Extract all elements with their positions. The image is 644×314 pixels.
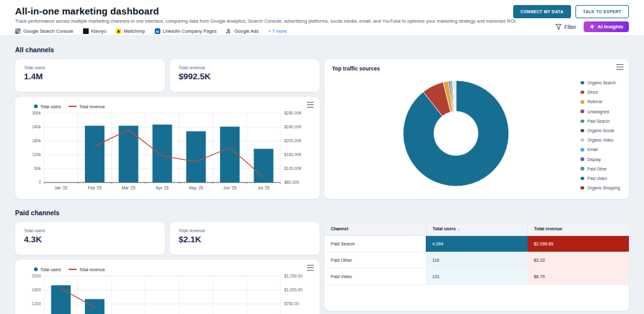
svg-text:May '25: May '25: [189, 186, 203, 191]
more-sources-link[interactable]: + 7 more: [268, 28, 287, 34]
svg-text:Mar '25: Mar '25: [122, 186, 136, 190]
legend-dot-icon: [580, 157, 584, 161]
donut-legend-item-email[interactable]: Email: [580, 147, 620, 152]
paid-channels-combo-chart[interactable]: 2000160012008004000$1,250.00$1,000.00$75…: [21, 272, 313, 314]
paid-channels-stats: Total users4.3KTotal revenue$2.1K: [15, 222, 319, 255]
chart-menu-icon[interactable]: [307, 102, 314, 108]
traffic-sources-donut-chart[interactable]: [332, 76, 533, 194]
stat-value: $2.1K: [179, 235, 311, 244]
donut-legend-item-organic-social[interactable]: Organic Social: [580, 128, 620, 133]
legend-line-icon: [69, 269, 77, 270]
legend-dot-icon: [580, 186, 584, 190]
donut-legend: Organic SearchDirectReferralUnassignedPa…: [580, 81, 620, 195]
legend-dot-icon: [580, 129, 584, 133]
traffic-sources-title: Top traffic sources: [332, 65, 621, 72]
chart-menu-icon[interactable]: [616, 64, 623, 70]
donut-legend-item-display[interactable]: Display: [580, 157, 620, 162]
svg-text:Apr '25: Apr '25: [156, 186, 169, 191]
column-header-total-users[interactable]: Total users↓: [426, 222, 527, 236]
legend-label: Total revenue: [79, 267, 105, 272]
revenue-cell: $3.33: [528, 252, 629, 269]
legend-label: Total users: [40, 267, 61, 272]
paid-channels-right-column: ChannelTotal users↓Total revenue Paid Se…: [325, 222, 629, 314]
svg-text:$200.00K: $200.00K: [284, 138, 302, 143]
svg-text:Feb '25: Feb '25: [88, 186, 102, 190]
paid-channels-grid: Total users4.3KTotal revenue$2.1K Total …: [15, 222, 629, 314]
channel-cell: Paid Search: [325, 236, 426, 252]
column-label: Total users: [433, 227, 456, 231]
table-row-paid-video[interactable]: Paid Video101$6.79: [325, 269, 629, 285]
ai-insights-button[interactable]: AI Insights: [584, 21, 629, 32]
table-row-paid-other[interactable]: Paid Other116$3.33: [325, 252, 629, 269]
legend-label: Paid Search: [587, 119, 609, 123]
svg-text:1600: 1600: [32, 288, 42, 292]
legend-item-total-revenue[interactable]: Total revenue: [69, 267, 105, 272]
legend-label: Organic Social: [587, 128, 614, 133]
legend-label: Organic Shopping: [587, 186, 620, 190]
legend-label: Email: [587, 147, 597, 152]
ai-insights-label: AI Insights: [597, 24, 623, 30]
page-subtitle: Track performance across multiple market…: [15, 18, 629, 24]
donut-legend-item-referral[interactable]: Referral: [580, 99, 620, 104]
all-channels-stats: Total users1.4MTotal revenue$992.5K: [15, 59, 319, 92]
legend-dot-icon: [580, 177, 584, 181]
chart-legend: Total users Total revenue: [34, 266, 313, 272]
legend-dot-icon: [580, 120, 584, 123]
source-chip-label: LinkedIn Company Pages: [163, 28, 217, 34]
stat-value: 4.3K: [24, 235, 156, 244]
donut-legend-item-organic-shopping[interactable]: Organic Shopping: [580, 186, 620, 190]
donut-legend-item-paid-video[interactable]: Paid Video: [580, 176, 620, 181]
donut-legend-item-direct[interactable]: Direct: [580, 90, 620, 94]
stat-label: Total users: [24, 65, 156, 70]
svg-text:300k: 300k: [32, 111, 42, 115]
column-header-channel[interactable]: Channel: [325, 222, 426, 236]
legend-label: Referral: [587, 99, 602, 104]
svg-text:0: 0: [38, 180, 41, 184]
stat-label: Total users: [24, 228, 156, 233]
legend-item-total-users[interactable]: Total users: [34, 104, 61, 109]
donut-slice-organic-shopping[interactable]: [455, 81, 456, 111]
talk-to-expert-button[interactable]: TALK TO EXPERT: [575, 5, 629, 18]
dashboard-content: All channels Total users1.4MTotal revenu…: [0, 46, 644, 314]
donut-legend-item-organic-search[interactable]: Organic Search: [580, 81, 620, 85]
google-search-console-icon: [15, 28, 21, 34]
donut-legend-item-paid-other[interactable]: Paid Other: [580, 167, 620, 171]
svg-text:Jun '25: Jun '25: [223, 186, 236, 190]
section-title-paid-channels: Paid channels: [15, 209, 629, 216]
legend-item-total-users[interactable]: Total users: [34, 267, 61, 272]
revenue-cell: $2,098.85: [528, 236, 629, 252]
column-header-total-revenue[interactable]: Total revenue: [528, 222, 629, 236]
svg-text:$160.00K: $160.00K: [284, 152, 302, 157]
sort-desc-icon[interactable]: ↓: [458, 227, 460, 231]
legend-dot-icon: [580, 167, 584, 171]
source-chip-google-search-console[interactable]: Google Search Console: [15, 28, 74, 34]
chart-menu-icon[interactable]: [307, 265, 314, 271]
all-channels-combo-chart[interactable]: 300k240k180k120k60k0$280.00K$240.00K$200…: [21, 109, 313, 193]
channel-cell: Paid Video: [325, 269, 426, 285]
donut-legend-item-unassigned[interactable]: Unassigned: [580, 109, 620, 114]
svg-text:$120.00K: $120.00K: [284, 166, 302, 171]
mailchimp-icon: [116, 28, 121, 34]
all-channels-chart-card: Total users Total revenue 300k240k180k12…: [15, 97, 319, 199]
source-chip-google-ads[interactable]: Google Ads: [226, 28, 258, 34]
google-ads-icon: [226, 28, 231, 34]
paid-channels-chart-card: Total users Total revenue 20001600120080…: [15, 260, 319, 314]
source-chip-klaviyo[interactable]: Klaviyo: [83, 28, 106, 34]
legend-dot-icon: [34, 267, 38, 271]
source-chip-mailchimp[interactable]: Mailchimp: [116, 28, 145, 34]
source-chip-label: Klaviyo: [91, 28, 106, 34]
legend-label: Unassigned: [587, 109, 609, 114]
legend-dot-icon: [580, 91, 584, 94]
source-chip-linkedin-company-pages[interactable]: LinkedIn Company Pages: [155, 28, 217, 34]
svg-text:$240.00K: $240.00K: [284, 125, 302, 129]
donut-legend-item-organic-video[interactable]: Organic Video: [580, 138, 620, 142]
all-channels-grid: Total users1.4MTotal revenue$992.5K Tota…: [15, 59, 629, 199]
channel-cell: Paid Other: [325, 252, 426, 269]
table-row-paid-search[interactable]: Paid Search4,094$2,098.85: [325, 236, 629, 252]
legend-dot-icon: [580, 138, 584, 142]
connect-my-data-button[interactable]: CONNECT MY DATA: [513, 5, 571, 18]
donut-legend-item-paid-search[interactable]: Paid Search: [580, 119, 620, 123]
filter-button[interactable]: Filter: [555, 24, 576, 30]
legend-item-total-revenue[interactable]: Total revenue: [69, 104, 105, 109]
svg-text:1200: 1200: [32, 301, 42, 306]
